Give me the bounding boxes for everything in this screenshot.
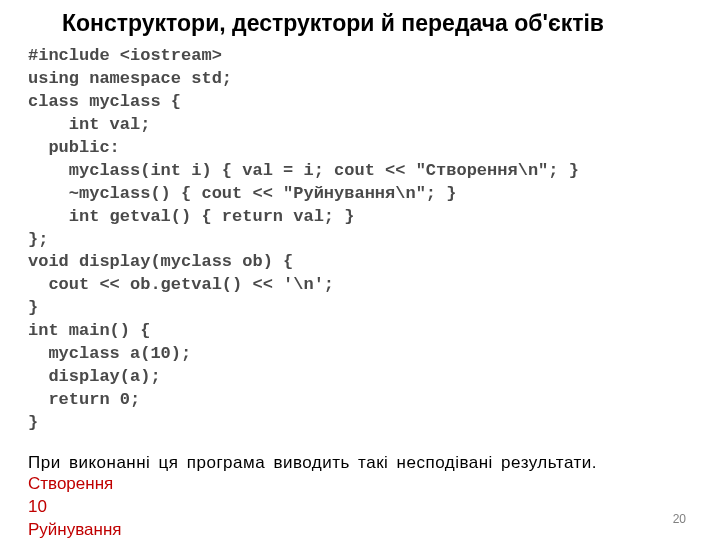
code-line: void display(myclass ob) {	[28, 252, 293, 271]
code-line: }	[28, 298, 38, 317]
code-block: #include <iostream> using namespace std;…	[28, 45, 692, 435]
code-line: public:	[28, 138, 120, 157]
code-line: int val;	[28, 115, 150, 134]
code-line: using namespace std;	[28, 69, 232, 88]
output-line: Створення	[28, 474, 113, 493]
code-line: };	[28, 230, 48, 249]
code-line: int getval() { return val; }	[28, 207, 354, 226]
code-line: ~myclass() { cout << "Руйнування\n"; }	[28, 184, 456, 203]
explanation-text: При виконанні ця програма виводить такі …	[28, 453, 692, 473]
code-line: class myclass {	[28, 92, 181, 111]
program-output: Створення 10 Руйнування Руйнування	[28, 473, 692, 540]
output-line: 10	[28, 497, 47, 516]
page-number: 20	[673, 512, 686, 526]
code-line: display(a);	[28, 367, 161, 386]
code-line: return 0;	[28, 390, 140, 409]
code-line: cout << ob.getval() << '\n';	[28, 275, 334, 294]
code-line: int main() {	[28, 321, 150, 340]
code-line: myclass a(10);	[28, 344, 191, 363]
output-line: Руйнування	[28, 520, 122, 539]
slide-title: Конструктори, деструктори й передача об'…	[28, 10, 692, 37]
code-line: myclass(int i) { val = i; cout << "Створ…	[28, 161, 579, 180]
code-line: }	[28, 413, 38, 432]
slide: Конструктори, деструктори й передача об'…	[0, 0, 720, 540]
code-line: #include <iostream>	[28, 46, 222, 65]
